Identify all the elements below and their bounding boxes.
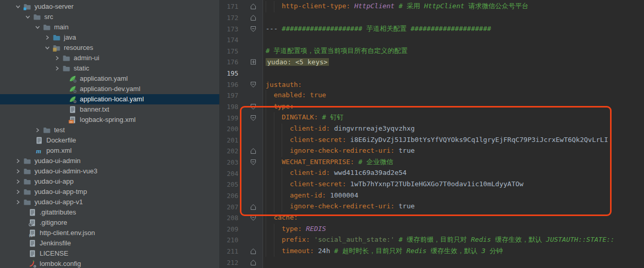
fold-end-icon[interactable]: [238, 12, 263, 24]
chevron-down-icon[interactable]: [14, 3, 22, 11]
tree-item[interactable]: yudao-ui-app-tmp: [0, 187, 219, 197]
code-line[interactable]: 208 cache:: [220, 212, 644, 224]
indent-guide: [266, 179, 274, 190]
folder-icon: [43, 23, 51, 31]
indent-guide: [266, 101, 274, 113]
tree-item[interactable]: application.yaml: [0, 74, 219, 84]
fold-start-icon[interactable]: [238, 157, 263, 168]
tree-item[interactable]: yudao-server: [0, 2, 219, 12]
code-line[interactable]: 176yudao: <5 keys>: [220, 57, 644, 68]
tree-item[interactable]: {}http-client.env.json: [0, 228, 219, 238]
spring-file-icon: [68, 75, 77, 83]
tree-item[interactable]: banner.txt: [0, 104, 219, 115]
chevron-right-icon[interactable]: [14, 198, 22, 206]
tree-item-label: application-dev.yaml: [80, 84, 141, 94]
code-line[interactable]: 172: [220, 12, 644, 24]
chevron-right-icon[interactable]: [53, 64, 61, 73]
tree-item[interactable]: Jenkinsfile: [0, 238, 219, 248]
tree-item[interactable]: resources: [0, 43, 219, 53]
tree-item[interactable]: .gitignore: [0, 218, 219, 228]
code-line[interactable]: 173--- #################### 芋道相关配置 #####…: [220, 23, 644, 34]
fold-start-icon[interactable]: [238, 101, 263, 113]
tree-item[interactable]: main: [0, 22, 219, 32]
fold-start-icon[interactable]: [238, 212, 263, 224]
tree-item[interactable]: lombok.config: [0, 259, 219, 268]
tree-item[interactable]: test: [0, 125, 219, 135]
line-number: 196: [220, 81, 238, 88]
fold-end-icon[interactable]: [238, 201, 263, 212]
indent-guide: [274, 246, 282, 257]
code-line[interactable]: 212: [220, 257, 644, 268]
tree-item[interactable]: application-dev.yaml: [0, 84, 219, 94]
chevron-right-icon[interactable]: [53, 54, 61, 62]
code-line[interactable]: 204 client-id: wwd411c69a39ad2e54: [220, 168, 644, 179]
folded-region[interactable]: yudao: <5 keys>: [266, 58, 329, 66]
indent-guide: [274, 179, 282, 190]
code-line[interactable]: 171 http-client-type: HttpClient # 采用 Ht…: [220, 1, 644, 12]
code-line[interactable]: 203 WECHAT_ENTERPRISE: # 企业微信: [220, 157, 644, 168]
fold-end-icon[interactable]: [238, 1, 263, 12]
code-line[interactable]: 209 type: REDIS: [220, 224, 644, 235]
tree-item-label: yudao-ui-app: [34, 176, 74, 187]
line-number: 199: [220, 114, 238, 122]
tree-item[interactable]: yudao-ui-admin-vue3: [0, 166, 219, 176]
chevron-down-icon[interactable]: [43, 44, 51, 52]
code-line[interactable]: 210 prefix: 'social_auth_state:' # 缓存前缀，…: [220, 235, 644, 246]
tree-item[interactable]: application-local.yaml: [0, 94, 219, 104]
indent-guide: [282, 190, 290, 202]
chevron-down-icon[interactable]: [24, 13, 32, 21]
code-line[interactable]: 206 agent-id: 1000004: [220, 190, 644, 202]
code-line[interactable]: 198 type:: [220, 101, 644, 113]
fold-start-icon[interactable]: [238, 79, 263, 90]
tree-item[interactable]: .gitattributes: [0, 207, 219, 218]
code-text: prefix: 'social_auth_state:' # 缓存前缀，目前只对…: [263, 235, 615, 246]
code-line[interactable]: 196justauth:: [220, 79, 644, 90]
code-line[interactable]: 195: [220, 68, 644, 79]
fold-start-icon[interactable]: [238, 23, 263, 34]
chevron-right-icon[interactable]: [43, 33, 51, 42]
line-number: 210: [220, 236, 238, 244]
code-line[interactable]: 207 ignore-check-redirect-uri: true: [220, 201, 644, 212]
tree-item[interactable]: yudao-ui-app-v1: [0, 197, 219, 207]
chevron-right-icon[interactable]: [14, 157, 22, 165]
fold-end-icon[interactable]: [238, 257, 263, 268]
folder-icon: [62, 54, 71, 62]
tree-item[interactable]: mpom.xml: [0, 146, 219, 156]
fold-end-icon[interactable]: [238, 246, 263, 257]
chevron-down-icon[interactable]: [33, 23, 42, 31]
tree-item[interactable]: Dockerfile: [0, 135, 219, 146]
tree-item[interactable]: src: [0, 12, 219, 22]
code-text: agent-id: 1000004: [263, 190, 358, 202]
code-line[interactable]: 197 enabled: true: [220, 90, 644, 101]
svg-text:<>: <>: [69, 120, 73, 123]
tree-item[interactable]: admin-ui: [0, 53, 219, 63]
editor-panel[interactable]: 171 http-client-type: HttpClient # 采用 Ht…: [220, 0, 644, 268]
fold-end-icon[interactable]: [238, 146, 263, 157]
code-line[interactable]: 199 DINGTALK: # 钉钉: [220, 112, 644, 123]
tree-item[interactable]: yudao-ui-app: [0, 176, 219, 187]
code-line[interactable]: 211 timeout: 24h # 超时时长，目前只对 Redis 缓存生效，…: [220, 246, 644, 257]
chevron-right-icon[interactable]: [14, 188, 22, 196]
code-line[interactable]: 201 client-secret: i8E6iZyDvZj51JIb0tYsY…: [220, 135, 644, 146]
folder-icon: [23, 188, 31, 196]
tree-item[interactable]: LICENSE: [0, 248, 219, 259]
fold-start-icon[interactable]: [238, 112, 263, 123]
code-line[interactable]: 202 ignore-check-redirect-uri: true: [220, 146, 644, 157]
indent-guide: [282, 201, 290, 212]
code-line[interactable]: 174: [220, 34, 644, 46]
code-line[interactable]: 175# 芋道配置项，设置当前项目所有自定义的配置: [220, 46, 644, 57]
ide-window: yudao-serversrcmainjavaresourcesadmin-ui…: [0, 0, 644, 268]
folder-icon: [23, 198, 31, 206]
tree-item-label: java: [64, 32, 76, 43]
code-line[interactable]: 205 client-secret: 1wTb7hYxnpT2TUbIeHGXG…: [220, 179, 644, 190]
tree-item[interactable]: yudao-ui-admin: [0, 156, 219, 166]
chevron-right-icon[interactable]: [14, 177, 22, 186]
fold-collapsed-icon[interactable]: [238, 57, 263, 68]
chevron-right-icon[interactable]: [14, 167, 22, 175]
tree-item[interactable]: static: [0, 63, 219, 74]
tree-item[interactable]: <>logback-spring.xml: [0, 115, 219, 125]
indent-guide: [282, 146, 290, 157]
tree-item[interactable]: java: [0, 32, 219, 43]
chevron-right-icon[interactable]: [33, 126, 42, 134]
code-line[interactable]: 200 client-id: dingvrnreaje3yqvzhxg: [220, 123, 644, 135]
